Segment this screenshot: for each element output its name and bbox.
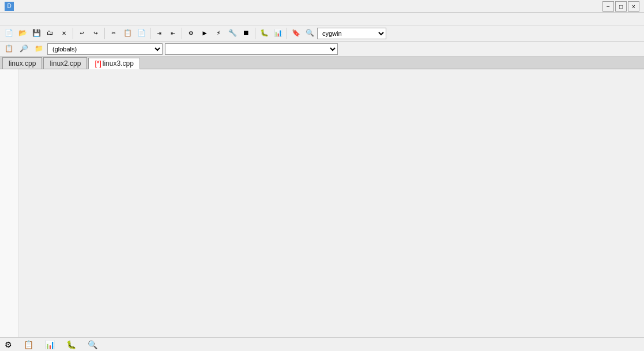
indent-button[interactable]: ⇥ — [153, 27, 165, 40]
menu-astyle[interactable] — [59, 18, 66, 20]
undo-button[interactable]: ↩ — [76, 27, 88, 40]
menu-search[interactable] — [18, 18, 25, 20]
tab-label: linux2.cpp — [50, 59, 81, 68]
debug-status-icon: 🐛 — [66, 340, 76, 349]
line-numbers — [0, 69, 18, 337]
profile-button[interactable]: 📊 — [272, 27, 284, 40]
open-button[interactable]: 📂 — [16, 27, 29, 40]
status-bar: ⚙ 📋 📊 🐛 🔍 — [0, 337, 644, 351]
status-debug[interactable]: 🐛 — [66, 340, 78, 349]
tab-linux3-cpp[interactable]: [*] linux3.cpp — [88, 58, 140, 69]
function-browse-button[interactable]: 🔎 — [17, 43, 30, 55]
menu-project[interactable] — [35, 18, 42, 20]
sep2 — [104, 28, 105, 39]
unindent-button[interactable]: ⇤ — [167, 27, 179, 40]
toggle-button[interactable]: 📁 — [32, 43, 45, 55]
resources-icon: 📋 — [24, 340, 33, 349]
menu-window[interactable] — [67, 18, 74, 20]
status-search[interactable]: 🔍 — [88, 340, 100, 349]
save-button[interactable]: 💾 — [30, 27, 43, 40]
tab-linux2-cpp[interactable]: linux2.cpp — [43, 57, 87, 69]
sep3 — [150, 28, 150, 39]
menu-run[interactable] — [43, 18, 50, 20]
app-window: D − □ × 📄 📂 💾 🗂 ✕ ↩ ↪ ✂ 📋 📄 — [0, 0, 644, 351]
status-resources[interactable]: 📋 — [24, 340, 36, 349]
menu-edit[interactable] — [10, 18, 17, 20]
status-compiler[interactable]: ⚙ — [5, 340, 14, 349]
tab-label: linux.cpp — [9, 59, 36, 68]
compiler-icon: ⚙ — [5, 340, 12, 349]
cut-button[interactable]: ✂ — [107, 27, 120, 40]
toolbar-main: 📄 📂 💾 🗂 ✕ ↩ ↪ ✂ 📋 📄 ⇥ ⇤ ⚙ ▶ ⚡ 🔧 ⏹ 🐛 📊 🔖 … — [0, 25, 644, 42]
maximize-button[interactable]: □ — [615, 1, 627, 12]
minimize-button[interactable]: − — [602, 1, 614, 12]
close-button[interactable]: × — [628, 1, 639, 12]
function-select[interactable] — [165, 43, 338, 55]
code-area[interactable] — [18, 69, 644, 337]
compiler-select[interactable]: cygwin — [317, 28, 386, 39]
paste-button[interactable]: 📄 — [135, 27, 148, 40]
compile-button[interactable]: ⚙ — [184, 27, 197, 40]
menu-help[interactable] — [75, 18, 82, 20]
scope-select[interactable]: (globals) — [47, 43, 163, 55]
file-tabs: linux.cpp linux2.cpp [*] linux3.cpp — [0, 57, 644, 69]
sep5 — [255, 28, 255, 39]
goto-button[interactable]: 🔍 — [303, 27, 316, 40]
menu-file[interactable] — [2, 18, 9, 20]
stop-button[interactable]: ⏹ — [240, 27, 253, 40]
sep4 — [182, 28, 182, 39]
close-button2[interactable]: ✕ — [58, 27, 70, 40]
menu-tools[interactable] — [51, 18, 58, 20]
tab-linux-cpp[interactable]: linux.cpp — [2, 57, 42, 69]
run-button[interactable]: ▶ — [198, 27, 211, 40]
tab-label: linux3.cpp — [103, 59, 134, 68]
toolbar-secondary: 📋 🔎 📁 (globals) — [0, 42, 644, 57]
save-all-button[interactable]: 🗂 — [44, 27, 57, 40]
log-icon: 📊 — [45, 340, 55, 349]
title-bar: D − □ × — [0, 0, 644, 13]
bookmark-button[interactable]: 🔖 — [289, 27, 302, 40]
search-icon: 🔍 — [88, 340, 97, 349]
redo-button[interactable]: ↪ — [89, 27, 102, 40]
copy-button[interactable]: 📋 — [121, 27, 134, 40]
code-editor[interactable] — [0, 69, 644, 337]
rebuild-button[interactable]: 🔧 — [226, 27, 239, 40]
status-compile-log[interactable]: 📊 — [45, 340, 57, 349]
window-controls: − □ × — [602, 1, 639, 12]
compile-run-button[interactable]: ⚡ — [212, 27, 225, 40]
menu-view[interactable] — [27, 18, 33, 20]
modified-marker: [*] — [95, 59, 101, 68]
app-icon: D — [5, 2, 14, 11]
debug-button[interactable]: 🐛 — [258, 27, 270, 40]
sep1 — [73, 28, 73, 39]
class-browse-button[interactable]: 📋 — [2, 43, 15, 55]
sep6 — [287, 28, 287, 39]
menu-bar — [0, 13, 644, 25]
new-button[interactable]: 📄 — [2, 27, 15, 40]
